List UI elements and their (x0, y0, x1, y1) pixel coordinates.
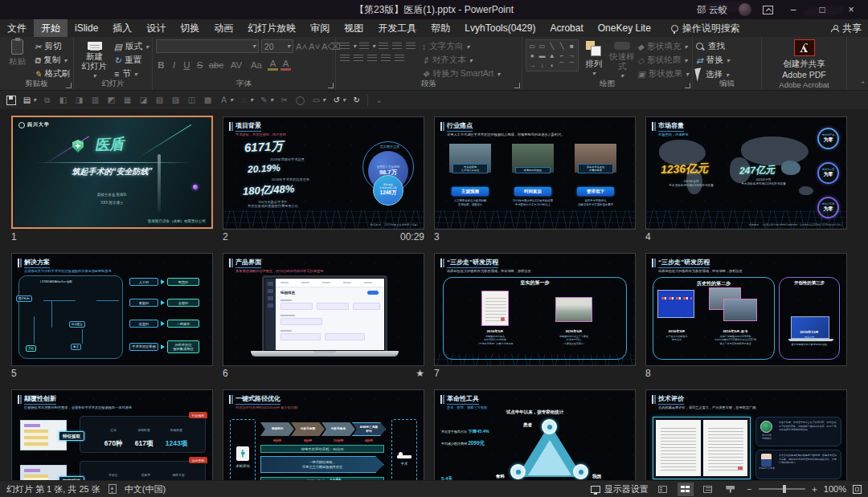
slide-thumbnail-9[interactable]: 颠覆性创新 打破特征术后序贯的刚性需求，全球首创手术并发症预测预防一体化系统 特… (11, 389, 213, 480)
zoom-in-button[interactable]: ＋ (810, 483, 819, 495)
qat-tool-icon[interactable] (170, 95, 181, 105)
change-case-button[interactable]: Aa (248, 60, 265, 70)
slide-thumbnail-6[interactable]: 产品界面 具备简明清晰的管理图景，经15分钟的培训后即可快捷使用 病例信息 (223, 253, 424, 366)
shape-effects-button[interactable]: 形状效果▾ (637, 68, 689, 79)
tab-design[interactable]: 设计 (139, 19, 173, 37)
tab-home[interactable]: 开始 (34, 19, 68, 37)
close-button[interactable]: × (842, 4, 860, 15)
qat-tool-icon[interactable] (311, 95, 321, 105)
create-share-pdf-button[interactable]: 创建并共享 Adobe PDF (782, 59, 825, 79)
slide-thumbnail-4[interactable]: 市场容量 市场空间，仍未释放 1236亿元 2021年全球 手术决策支持系统(C… (645, 116, 847, 230)
qat-tool-icon[interactable] (122, 95, 133, 105)
tab-transitions[interactable]: 切换 (173, 19, 207, 37)
tab-lvyhtools[interactable]: LvyhTools(0429) (457, 19, 542, 37)
accessibility-checker-icon[interactable] (108, 484, 117, 494)
clipboard-dialog-launcher-icon[interactable] (66, 83, 72, 88)
underline-button[interactable]: U (182, 60, 192, 70)
char-spacing-button[interactable]: AV (227, 60, 245, 70)
text-direction-button[interactable]: 文字方向▾ (422, 41, 500, 52)
qat-tool-icon[interactable] (203, 95, 213, 105)
clear-format-icon[interactable]: A⌫ (321, 41, 332, 52)
shape-icon[interactable] (537, 61, 547, 70)
customize-qat-icon[interactable] (374, 95, 384, 105)
shape-icon[interactable] (547, 51, 557, 60)
grow-font-icon[interactable]: A˄ (296, 42, 306, 51)
qat-tool-icon[interactable] (90, 95, 100, 105)
align-text-button[interactable]: 对齐文本▾ (422, 55, 500, 66)
qat-tool-icon[interactable] (138, 95, 149, 105)
qat-tool-icon[interactable] (295, 95, 305, 105)
qat-tool-icon[interactable] (239, 95, 249, 105)
abc-strike-button[interactable]: abc (207, 60, 225, 70)
qat-tool-icon[interactable] (219, 95, 229, 105)
shape-icon[interactable] (557, 61, 567, 70)
slide-thumbnail-3[interactable]: 行业痛点 采用人工方式进行手术并发症的预测陷入瓶颈，呼唤智能化的支持步入新时代。… (434, 116, 636, 230)
bullets-icon[interactable] (339, 41, 350, 51)
shape-icon[interactable] (527, 51, 537, 60)
find-button[interactable]: 查找 (696, 41, 730, 52)
slide-template-icon[interactable] (22, 95, 32, 105)
shape-icon[interactable] (537, 51, 547, 60)
tell-me-search[interactable]: 操作说明搜索 (671, 19, 740, 37)
numbering-icon[interactable] (358, 41, 370, 51)
shape-icon[interactable] (567, 51, 576, 60)
reading-view-button[interactable] (700, 483, 716, 496)
avatar[interactable] (739, 3, 751, 16)
account-name[interactable]: 邵 云蛟 (697, 4, 727, 16)
minimize-button[interactable]: – (784, 4, 802, 15)
shapes-gallery[interactable] (526, 39, 579, 71)
align-right-icon[interactable] (366, 53, 378, 63)
shape-icon[interactable] (527, 42, 537, 51)
shape-icon[interactable] (547, 42, 557, 51)
tab-developer[interactable]: 开发工具 (371, 19, 424, 37)
justify-icon[interactable] (380, 53, 391, 63)
tab-review[interactable]: 审阅 (303, 19, 337, 37)
slide-sorter-view-button[interactable] (678, 483, 694, 496)
format-painter-button[interactable]: 格式刷 (35, 68, 70, 79)
shape-icon[interactable] (567, 61, 576, 70)
tab-acrobat[interactable]: Acrobat (542, 19, 590, 37)
font-name-combo[interactable]: ▾ (156, 39, 259, 53)
reset-button[interactable]: 重置 (114, 55, 149, 66)
undo-icon[interactable] (331, 95, 342, 105)
shape-icon[interactable] (567, 42, 576, 51)
shape-icon[interactable] (527, 61, 537, 70)
tab-islide[interactable]: iSlide (68, 19, 105, 37)
slide-counter[interactable]: 幻灯片 第 1 张, 共 25 张 (6, 483, 100, 495)
copy-button[interactable]: 复制▾ (35, 55, 70, 66)
tab-view[interactable]: 视图 (337, 19, 371, 37)
collapse-ribbon-icon[interactable]: ⌃ (858, 80, 865, 88)
shape-icon[interactable] (537, 42, 547, 51)
shrink-font-icon[interactable]: A˅ (309, 42, 319, 51)
shape-outline-button[interactable]: 形状轮廓▾ (637, 55, 689, 66)
zoom-slider[interactable] (759, 488, 805, 490)
new-slide-button[interactable]: 新建 幻灯片▾ (77, 39, 112, 79)
display-settings-button[interactable]: 显示器设置 (591, 483, 649, 495)
font-dialog-launcher-icon[interactable] (328, 83, 334, 88)
decrease-indent-icon[interactable] (378, 41, 389, 51)
restore-button[interactable]: □ (813, 4, 831, 15)
redo-icon[interactable] (351, 95, 362, 105)
qat-tool-icon[interactable] (74, 95, 84, 105)
shape-fill-button[interactable]: 形状填充▾ (637, 41, 689, 52)
font-color-button[interactable]: A (280, 59, 291, 71)
quick-styles-button[interactable]: 快速样式▾ (609, 39, 635, 79)
qat-tool-icon[interactable] (106, 95, 117, 105)
align-center-icon[interactable] (353, 53, 364, 63)
language-indicator[interactable]: 中文(中国) (125, 483, 166, 495)
shape-icon[interactable] (547, 61, 557, 70)
line-spacing-icon[interactable] (405, 41, 416, 51)
arrange-button[interactable]: 排列▾ (581, 39, 607, 79)
bold-button[interactable]: B (156, 60, 166, 70)
slide-thumbnail-11[interactable]: 革命性工具 患者、医院、国家三方有利 试点半年以来，据专家组统计 患者 骨科 我… (434, 389, 636, 480)
font-size-combo[interactable]: 20▾ (261, 39, 293, 53)
zoom-slider-thumb[interactable] (783, 485, 786, 493)
zoom-level[interactable]: 100% (824, 484, 846, 494)
layout-button[interactable]: 版式▾ (114, 41, 149, 52)
drawing-dialog-launcher-icon[interactable] (685, 83, 690, 88)
slide-thumbnail-10[interactable]: 一键式路径优化 并发症评估所用时间由30分钟 减少至10秒 术前评估 手术 阅读… (223, 389, 424, 480)
share-button[interactable]: 共享 (831, 19, 862, 37)
tab-file[interactable]: 文件 (0, 19, 34, 37)
highlight-color-button[interactable]: A (268, 59, 278, 71)
slide-thumbnail-5[interactable]: 解决方案 全球首创关节外科手术并发症预测预防决策支持AI智能系统 LSTM/GA… (11, 253, 213, 366)
